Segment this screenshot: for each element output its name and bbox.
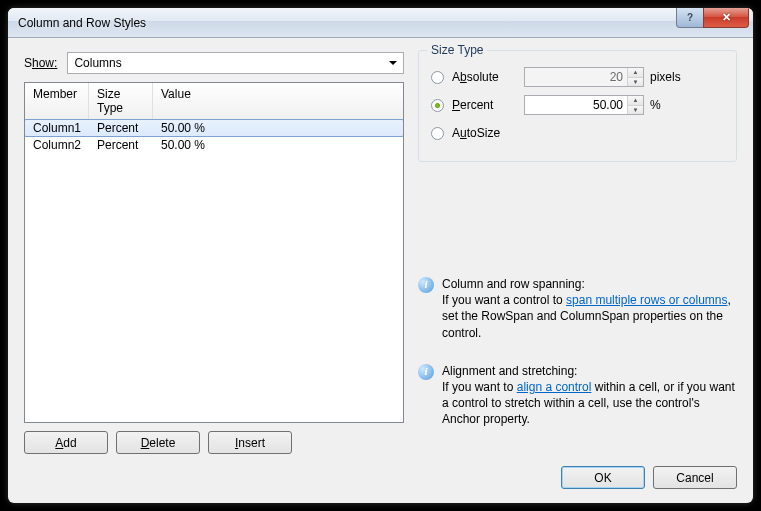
absolute-spinner-buttons[interactable]: ▲▼ [627,68,643,86]
cell-type: Percent [89,121,153,135]
members-list-header: Member Size Type Value [25,83,403,120]
percent-spinner[interactable]: 50.00 ▲▼ [524,95,644,115]
info-alignment: Alignment and stretching: If you want to… [442,363,737,428]
radio-absolute-label[interactable]: Absolute [452,70,524,84]
col-size-type[interactable]: Size Type [89,83,153,119]
size-type-legend: Size Type [427,43,487,57]
members-list[interactable]: Member Size Type Value Column1Percent50.… [24,82,404,423]
info-icon: i [418,364,434,380]
cancel-button[interactable]: Cancel [653,466,737,489]
show-label: Show: [24,56,57,70]
radio-autosize-label[interactable]: AutoSize [452,126,524,140]
col-value[interactable]: Value [153,83,403,119]
table-row[interactable]: Column1Percent50.00 % [24,119,404,137]
col-member[interactable]: Member [25,83,89,119]
radio-absolute[interactable] [431,71,444,84]
radio-percent[interactable] [431,99,444,112]
size-type-group: Size Type Absolute 20 ▲▼ pixels [418,50,737,162]
delete-button[interactable]: Delete [116,431,200,454]
close-button[interactable]: ✕ [703,8,749,28]
titlebar: Column and Row Styles ? ✕ [8,8,753,38]
insert-button[interactable]: Insert [208,431,292,454]
cell-member: Column2 [25,137,89,153]
link-span-rows-cols[interactable]: span multiple rows or columns [566,293,727,307]
info-icon: i [418,277,434,293]
show-dropdown-value: Columns [74,56,121,70]
radio-autosize[interactable] [431,127,444,140]
show-dropdown[interactable]: Columns [67,52,404,74]
add-button[interactable]: Add [24,431,108,454]
absolute-unit: pixels [650,70,681,84]
window-title: Column and Row Styles [18,16,677,30]
link-align-control[interactable]: align a control [517,380,592,394]
percent-spinner-buttons[interactable]: ▲▼ [627,96,643,114]
table-row[interactable]: Column2Percent50.00 % [25,136,403,154]
radio-percent-label[interactable]: Percent [452,98,524,112]
info-spanning: Column and row spanning: If you want a c… [442,276,737,341]
ok-button[interactable]: OK [561,466,645,489]
absolute-spinner[interactable]: 20 ▲▼ [524,67,644,87]
percent-unit: % [650,98,661,112]
cell-type: Percent [89,137,153,153]
cell-value: 50.00 % [153,137,403,153]
cell-member: Column1 [25,121,89,135]
cell-value: 50.00 % [153,121,403,135]
help-button[interactable]: ? [676,8,704,28]
